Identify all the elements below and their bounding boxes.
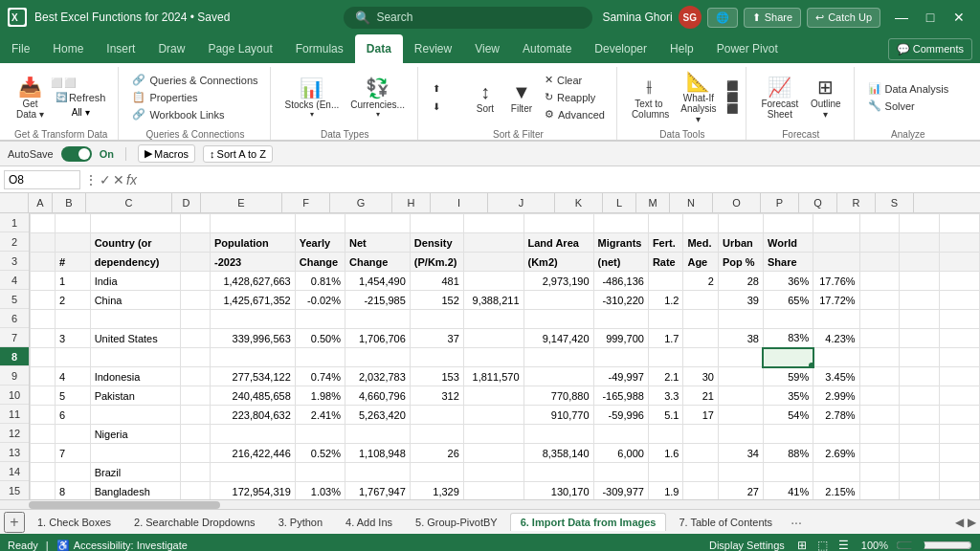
outline-button[interactable]: ⊞ Outline ▾ [806, 73, 846, 122]
horizontal-scrollbar[interactable] [0, 499, 980, 509]
row-4[interactable]: 4 [0, 271, 29, 290]
col-n[interactable]: N [670, 193, 713, 212]
clear-button[interactable]: ✕ Clear [541, 72, 609, 88]
sort-asc-button[interactable]: ⬆ [428, 80, 462, 97]
sheet-tab-5[interactable]: 5. Group-PivotBY [405, 513, 508, 532]
col-l[interactable]: L [603, 193, 636, 212]
row-3[interactable]: 3 [0, 252, 29, 271]
catchup-button[interactable]: ↩ Catch Up [807, 8, 880, 28]
row-2[interactable]: 2 [0, 232, 29, 252]
row-1[interactable]: 1 [0, 213, 29, 232]
globe-button[interactable]: 🌐 [707, 8, 738, 28]
more-sheets-button[interactable]: ··· [785, 512, 808, 533]
row-6[interactable]: 6 [0, 309, 29, 328]
tab-developer[interactable]: Developer [583, 34, 658, 63]
scrollbar-thumb[interactable] [29, 501, 220, 509]
zoom-slider[interactable] [896, 538, 972, 551]
col-c[interactable]: C [86, 193, 172, 212]
prev-sheet-button[interactable]: ◀ [955, 516, 964, 529]
queries-connections-button[interactable]: 🔗 Queries & Connections [128, 72, 261, 88]
currencies-button[interactable]: 💱 Currencies... ▾ [345, 74, 410, 121]
col-b[interactable]: B [53, 193, 86, 212]
normal-view-button[interactable]: ⊞ [792, 536, 812, 551]
filter-button[interactable]: ▼ Filter [504, 77, 539, 117]
col-r[interactable]: R [837, 193, 876, 212]
tab-view[interactable]: View [463, 34, 511, 63]
add-sheet-button[interactable]: + [4, 512, 25, 533]
tab-file[interactable]: File [0, 34, 41, 63]
row-10[interactable]: 10 [0, 386, 29, 405]
sheet-tab-6[interactable]: 6. Import Data from Images [510, 513, 667, 531]
sort-a-to-z-button[interactable]: ↕ Sort A to Z [203, 145, 273, 163]
row-15[interactable]: 15 [0, 481, 29, 499]
minimize-button[interactable]: — [888, 4, 915, 31]
row-5[interactable]: 5 [0, 290, 29, 309]
row-14[interactable]: 14 [0, 462, 29, 481]
reapply-button[interactable]: ↻ Reapply [541, 89, 609, 105]
col-q[interactable]: Q [799, 193, 837, 212]
what-if-button[interactable]: 📐 What-If Analysis ▾ [675, 67, 723, 127]
formula-input[interactable] [141, 171, 976, 188]
tab-page-layout[interactable]: Page Layout [196, 34, 283, 63]
search-bar[interactable]: 🔍 Search [344, 7, 592, 29]
col-p[interactable]: P [761, 193, 799, 212]
tab-home[interactable]: Home [41, 34, 95, 63]
sheet-tab-1[interactable]: 1. Check Boxes [27, 513, 122, 532]
col-k[interactable]: K [555, 193, 603, 212]
sheet-tab-4[interactable]: 4. Add Ins [335, 513, 403, 532]
row-8[interactable]: 8 [0, 347, 29, 366]
col-j[interactable]: J [488, 193, 555, 212]
macros-button[interactable]: ▶ Macros [138, 144, 195, 163]
col-d[interactable]: D [172, 193, 201, 212]
comments-button[interactable]: 💬 Comments [888, 38, 972, 60]
col-f[interactable]: F [282, 193, 330, 212]
data-analysis-button[interactable]: 📊 Data Analysis [864, 80, 953, 97]
properties-button[interactable]: 📋 Properties [128, 89, 261, 105]
cell-reference-box[interactable] [4, 170, 80, 189]
row-7[interactable]: 7 [0, 328, 29, 347]
advanced-button[interactable]: ⚙ Advanced [541, 106, 609, 122]
sheet-tab-7[interactable]: 7. Table of Contents [668, 513, 783, 532]
row-13[interactable]: 13 [0, 443, 29, 462]
solver-button[interactable]: 🔧 Solver [864, 98, 953, 114]
col-e[interactable]: E [201, 193, 282, 212]
sort-button[interactable]: ↕ Sort [468, 77, 502, 117]
refresh-all-button[interactable]: 🔄 Refresh [51, 89, 111, 106]
page-layout-view-button[interactable]: ⬚ [813, 536, 833, 551]
tab-insert[interactable]: Insert [95, 34, 146, 63]
tab-formulas[interactable]: Formulas [284, 34, 355, 63]
col-s[interactable]: S [876, 193, 914, 212]
close-button[interactable]: ✕ [946, 4, 972, 31]
next-sheet-button[interactable]: ▶ [968, 516, 976, 529]
col-o[interactable]: O [713, 193, 761, 212]
table-row: 8 Bangladesh 172,954,319 1.03% 1,767,947… [31, 482, 980, 500]
col-m[interactable]: M [636, 193, 670, 212]
forecast-sheet-button[interactable]: 📈 Forecast Sheet [756, 73, 804, 122]
workbook-links-button[interactable]: 🔗 Workbook Links [128, 106, 261, 122]
sheet-tab-3[interactable]: 3. Python [268, 513, 333, 532]
display-settings[interactable]: Display Settings [709, 540, 785, 551]
tab-review[interactable]: Review [403, 34, 463, 63]
tab-help[interactable]: Help [658, 34, 705, 63]
get-data-button[interactable]: 📥 Get Data ▾ [11, 73, 49, 122]
cell-o8[interactable] [763, 348, 813, 367]
tab-draw[interactable]: Draw [146, 34, 196, 63]
col-a[interactable]: A [29, 193, 53, 212]
tab-automate[interactable]: Automate [511, 34, 583, 63]
autosave-toggle[interactable] [61, 146, 92, 162]
stocks-button[interactable]: 📊 Stocks (En... ▾ [280, 74, 345, 121]
share-button[interactable]: ⬆ Share [744, 8, 801, 28]
row-9[interactable]: 9 [0, 366, 29, 386]
col-i[interactable]: I [431, 193, 488, 212]
tab-power-pivot[interactable]: Power Pivot [705, 34, 790, 63]
sort-desc-button[interactable]: ⬇ [428, 99, 462, 115]
maximize-button[interactable]: □ [917, 4, 944, 31]
text-to-columns-button[interactable]: ⫲ Text to Columns [627, 73, 671, 122]
row-12[interactable]: 12 [0, 424, 29, 443]
col-g[interactable]: G [330, 193, 392, 212]
tab-data[interactable]: Data [355, 34, 403, 63]
sheet-tab-2[interactable]: 2. Searchable Dropdowns [123, 513, 266, 532]
col-h[interactable]: H [392, 193, 431, 212]
page-break-view-button[interactable]: ☰ [835, 536, 854, 551]
row-11[interactable]: 11 [0, 405, 29, 424]
